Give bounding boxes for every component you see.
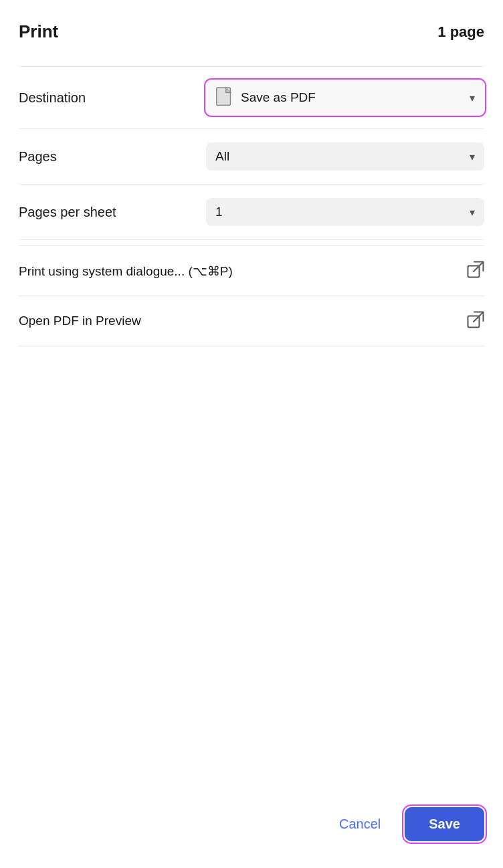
system-dialogue-external-link-icon — [467, 261, 484, 281]
pdf-file-icon — [215, 87, 234, 108]
pages-per-sheet-row: Pages per sheet 1 ▾ — [19, 185, 484, 240]
save-button[interactable]: Save — [405, 807, 484, 841]
open-pdf-row[interactable]: Open PDF in Preview — [19, 296, 484, 346]
print-dialog: Print 1 page Destination Save as PDF ▾ — [0, 0, 503, 868]
destination-row: Destination Save as PDF ▾ — [19, 66, 484, 129]
form-fields: Destination Save as PDF ▾ Pages — [19, 66, 484, 240]
bottom-actions: Cancel Save — [326, 807, 484, 841]
system-dialogue-row[interactable]: Print using system dialogue... (⌥⌘P) — [19, 245, 484, 296]
pages-row: Pages All ▾ — [19, 129, 484, 185]
pages-per-sheet-select[interactable]: 1 ▾ — [206, 198, 484, 226]
pages-chevron-icon: ▾ — [470, 150, 475, 163]
pages-per-sheet-value: 1 — [215, 205, 470, 219]
open-pdf-label: Open PDF in Preview — [19, 314, 141, 328]
cancel-button[interactable]: Cancel — [326, 808, 394, 840]
pages-select[interactable]: All ▾ — [206, 142, 484, 171]
destination-control: Save as PDF ▾ — [206, 80, 484, 115]
destination-chevron-icon: ▾ — [470, 92, 475, 104]
pages-per-sheet-chevron-icon: ▾ — [470, 206, 475, 219]
pages-value: All — [215, 149, 470, 164]
destination-select[interactable]: Save as PDF ▾ — [206, 80, 484, 115]
svg-line-5 — [474, 312, 483, 322]
system-dialogue-label: Print using system dialogue... (⌥⌘P) — [19, 263, 233, 279]
actions-section: Print using system dialogue... (⌥⌘P) Ope… — [19, 245, 484, 346]
dialog-title: Print — [19, 21, 58, 42]
pages-per-sheet-control: 1 ▾ — [206, 198, 484, 226]
open-pdf-external-link-icon — [467, 311, 484, 331]
pages-label: Pages — [19, 149, 206, 165]
destination-label: Destination — [19, 90, 206, 106]
dialog-header: Print 1 page — [19, 21, 484, 42]
pages-per-sheet-label: Pages per sheet — [19, 205, 206, 220]
page-count: 1 page — [437, 23, 484, 41]
destination-value: Save as PDF — [241, 90, 470, 105]
svg-line-3 — [474, 262, 483, 272]
pages-control: All ▾ — [206, 142, 484, 171]
